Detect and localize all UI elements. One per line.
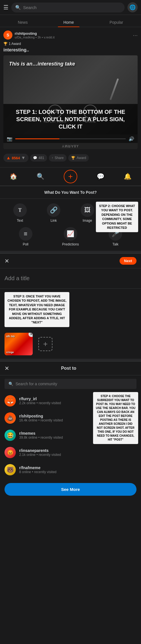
community-search-placeholder: Search for a community: [16, 382, 57, 386]
community-item-insaneparents[interactable]: 😡 r/insaneparents 2.1k online • recently…: [0, 444, 141, 461]
downvote-button[interactable]: ▼: [21, 155, 26, 160]
post-type-predictions[interactable]: 📈 Predictions: [49, 227, 91, 246]
close-post-to-button[interactable]: ✕: [5, 365, 9, 372]
community-list: 🦊 r/furry_irl 2.2k online • recently vis…: [0, 392, 141, 478]
post-type-modal: What Do You Want To Post? T Text 🔗 Link …: [0, 186, 141, 251]
community-search[interactable]: 🔍 Search for a community: [5, 379, 136, 389]
post-meta: S r/shitposting u/Da_madking • 3h • v.re…: [3, 31, 138, 40]
post-actions: ▲ 8564 ▼ 💬 481 ↑ Share 🏆 Award: [3, 152, 138, 164]
community-name-fnaf: r/fnafmeme: [19, 465, 136, 470]
post-types-grid: T Text 🔗 Link 🖼 Image ▶ Video STEP 2: CH…: [0, 199, 141, 227]
title-placeholder: Add a title: [5, 273, 136, 284]
video-thumbnail: This is an…interesting take ↺ REPLAY VID…: [3, 55, 138, 134]
globe-icon[interactable]: 🌐: [127, 2, 138, 12]
divider-2: [0, 359, 141, 361]
img-text-oh-no: oh no: [6, 334, 31, 338]
post-type-link[interactable]: 🔗 Link: [38, 203, 69, 223]
chat-nav-icon[interactable]: 💬: [97, 173, 104, 180]
share-button[interactable]: ↑ Share: [49, 154, 67, 162]
post-to-screen: ✕ Post to 🔍 Search for a community 🦊 r/f…: [0, 361, 141, 500]
create-post-header: ✕ Next: [0, 254, 141, 268]
community-stats-fnaf: 8 online • recently visited: [19, 470, 136, 474]
share-icon: ↑: [52, 156, 53, 160]
bell-nav-icon[interactable]: 🔔: [124, 173, 131, 180]
add-image-button[interactable]: +: [38, 337, 52, 351]
step3-overlay: STEP 3: ONCE THAT YOU HAVE CHOSEN TO REP…: [5, 292, 69, 327]
see-more-button[interactable]: See More: [5, 483, 136, 496]
next-button[interactable]: Next: [120, 257, 136, 265]
community-avatar-insaneparents: 😡: [5, 447, 16, 458]
subreddit-name: r/shitposting: [15, 31, 131, 36]
post-to-title: Post to: [61, 366, 76, 371]
award-button[interactable]: 🏆 Award: [68, 154, 89, 162]
award-badge: 🏆 1 Award: [3, 42, 138, 46]
comment-icon: 💬: [33, 156, 37, 160]
home-nav-icon[interactable]: 🏠: [10, 173, 17, 180]
community-stats-insaneparents: 2.1k online • recently visited: [19, 453, 136, 457]
avatar: S: [3, 31, 12, 40]
divider-1: [0, 251, 141, 253]
tab-news[interactable]: News: [12, 18, 33, 27]
trophy-icon: 🏆: [3, 42, 8, 46]
top-bar: ☰ 🔍 Search 🌐: [0, 0, 141, 15]
community-avatar-fnaf: 🐻: [5, 464, 16, 475]
post-card: S r/shitposting u/Da_madking • 3h • v.re…: [0, 27, 141, 167]
post-to-header: ✕ Post to: [0, 362, 141, 375]
award-icon: 🏆: [71, 156, 75, 160]
step1-overlay: STEP 1: LOOK TO THE BOTTOM OF THE SCREEN…: [3, 104, 138, 134]
vote-section[interactable]: ▲ 8564 ▼: [3, 154, 28, 162]
comments-button[interactable]: 💬 481: [30, 154, 47, 162]
vote-count: 8564: [12, 156, 20, 160]
post-author: u/Da_madking • 3h • v.redd.it: [15, 36, 131, 39]
close-create-post-button[interactable]: ✕: [5, 258, 9, 264]
community-name-insaneparents: r/insaneparents: [19, 448, 136, 453]
volume-icon: 🔊: [129, 136, 134, 142]
search-icon: 🔍: [15, 5, 21, 10]
nav-tabs: News Home Popular: [0, 15, 141, 27]
video-container[interactable]: This is an…interesting take ↺ REPLAY VID…: [3, 55, 138, 149]
see-more-section: See More: [0, 478, 141, 500]
step4-overlay: STEP 4: CHOOSE THE SUBREDDIT YOU WANT TO…: [93, 392, 138, 444]
tab-home[interactable]: Home: [58, 18, 80, 27]
post-more-icon[interactable]: ···: [133, 32, 138, 38]
upvote-button[interactable]: ▲: [6, 155, 11, 160]
search-nav-icon[interactable]: 🔍: [37, 173, 44, 180]
community-avatar-furry: 🦊: [5, 395, 16, 406]
post-type-text[interactable]: T Text: [5, 203, 36, 223]
hamburger-icon[interactable]: ☰: [3, 4, 8, 11]
uploaded-image: oh no cringe ✕: [5, 333, 33, 355]
community-avatar-shitposting: 💩: [5, 412, 16, 424]
community-item-fnaf[interactable]: 🐻 r/fnafmeme 8 online • recently visited: [0, 461, 141, 478]
camera-icon: 📷: [7, 136, 12, 142]
search-placeholder: Search: [23, 5, 37, 10]
post-type-poll[interactable]: ≡ Poll: [5, 227, 47, 246]
comment-count: 481: [39, 156, 44, 160]
image-upload-area: STEP 3: ONCE THAT YOU HAVE CHOSEN TO REP…: [0, 289, 141, 359]
tab-popular[interactable]: Popular: [104, 18, 129, 27]
community-avatar-memes: 😂: [5, 430, 16, 441]
title-input-area[interactable]: Add a title: [0, 268, 141, 289]
step2-overlay: STEP 2: CHOOSE WHAT YOU WANT TO POST. DE…: [96, 202, 138, 232]
community-item-shitposting[interactable]: 💩 r/shitposting 16.4k online • recently …: [0, 410, 141, 427]
bottom-nav: 🏠 🔍 + 💬 🔔: [0, 167, 141, 186]
post-title: interesting..: [3, 47, 138, 53]
search-community-icon: 🔍: [8, 382, 13, 386]
modal-header: What Do You Want To Post?: [0, 186, 141, 199]
create-post-button[interactable]: +: [64, 170, 77, 183]
create-post-screen: ✕ Next Add a title STEP 3: ONCE THAT YOU…: [0, 253, 141, 359]
search-bar[interactable]: 🔍 Search: [11, 3, 125, 12]
video-text-overlay: This is an…interesting take: [3, 55, 138, 73]
img-text-cringe: cringe: [6, 351, 31, 354]
